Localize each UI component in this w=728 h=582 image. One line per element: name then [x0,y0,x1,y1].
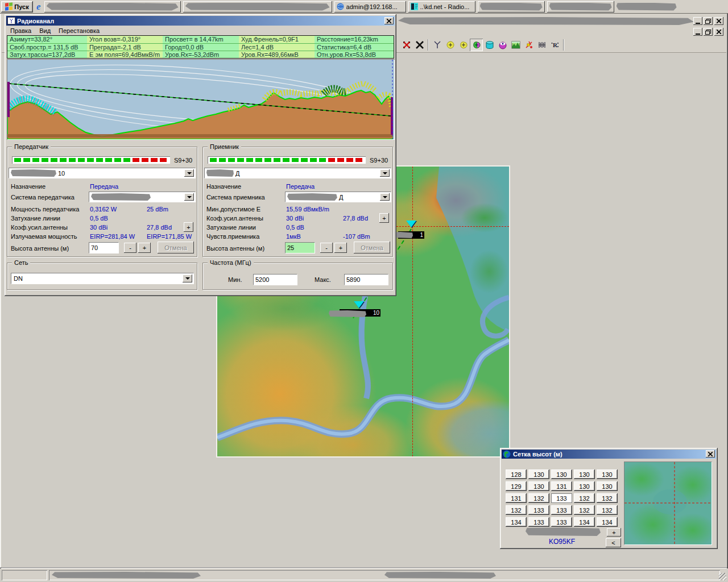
network-group: Сеть DN [7,263,197,290]
radio-window-titlebar[interactable]: Радиоканал [6,16,395,26]
delete-object-icon[interactable] [400,39,413,51]
tx-gain-dbd: 27,8 dBd [147,224,172,231]
menu-edit[interactable]: Правка [6,26,35,36]
tx-station-dropdown-arrow[interactable] [184,169,194,177]
menu-swap[interactable]: Перестановка [55,26,104,36]
report-icon[interactable]: R [548,39,561,51]
area-select-icon[interactable] [457,39,470,51]
resize-grip[interactable] [719,573,726,580]
antenna-marker-2[interactable] [354,301,364,308]
height-cell[interactable]: 132 [506,505,527,515]
taskbar-button-redacted-2[interactable] [183,1,332,13]
rx-height-inc-button[interactable]: + [334,243,347,253]
tx-height-inc-button[interactable]: + [138,243,151,253]
height-cell[interactable]: 130 [551,469,572,479]
tx-cancel-button[interactable]: Отмена [158,242,194,253]
height-cell[interactable]: 130 [528,481,549,491]
tx-gain-add-button[interactable]: + [184,222,193,232]
height-cell[interactable]: 129 [506,481,527,491]
antenna-icon[interactable] [431,39,444,51]
ie-quicklaunch-icon[interactable]: e [36,1,41,13]
restore-button[interactable] [704,17,713,25]
grid-minimap[interactable] [624,462,712,545]
taskbar-button-admin[interactable]: admin@192.168... [334,1,406,13]
tx-system-combo[interactable] [89,192,196,202]
tx-line-loss-value: 0,5 dB [90,215,108,222]
radio-close-button[interactable] [384,17,394,24]
close-button[interactable] [714,17,723,25]
globe-view-icon[interactable] [496,39,509,51]
route-tool-icon[interactable] [522,39,535,51]
height-cell[interactable]: 133 [551,517,572,527]
tx-station-combo[interactable]: 10 [9,168,196,178]
height-cell[interactable]: 130 [574,481,595,491]
height-cell[interactable]: 134 [597,517,618,527]
height-cell[interactable]: 131 [506,493,527,503]
height-cell[interactable]: 130 [574,469,595,479]
freq-max-input[interactable] [344,274,388,285]
taskbar-button-radio[interactable]: ..\kd.net - Radio... [408,1,475,13]
rx-height-input[interactable] [285,242,315,253]
grid-back-button[interactable]: < [606,538,621,547]
terrain-image-icon[interactable] [509,39,522,51]
meter-segment [32,158,39,162]
height-cell[interactable]: 133 [551,505,572,515]
tx-height-input[interactable] [89,242,119,253]
frequency-group: Частота (МГц) Мин. Макс. [202,263,393,290]
rx-cancel-button[interactable]: Отмена [354,242,390,253]
height-cell[interactable]: 130 [597,481,618,491]
height-cell[interactable]: 132 [597,493,618,503]
radio-menubar: Правка Вид Перестановка [6,26,395,36]
child-close-button[interactable] [714,28,723,36]
tx-system-dropdown-arrow[interactable] [184,193,194,201]
antenna-marker-1[interactable] [406,221,416,227]
move-object-icon[interactable] [413,39,426,51]
grid-plus-button[interactable]: + [607,528,621,537]
rx-station-dropdown-arrow[interactable] [380,169,390,177]
meter-segment [23,158,30,162]
rx-sens-label: Чувств.приемника [206,233,259,240]
network-group-label: Сеть [12,259,30,266]
height-cell[interactable]: 132 [574,493,595,503]
child-restore-button[interactable] [704,28,713,36]
rx-height-dec-button[interactable]: - [320,243,333,253]
start-button[interactable]: Пуск [1,1,33,13]
height-grid-title: Сетка высот (м) [513,451,562,458]
taskbar-button-redacted-1[interactable] [44,1,181,13]
height-grid-close-button[interactable] [706,450,715,458]
rx-station-combo[interactable]: Д [204,168,391,178]
height-cell[interactable]: 132 [597,505,618,515]
coverage-area-icon[interactable] [470,39,483,51]
tx-power-w: 0,3162 W [90,206,117,213]
rx-system-dropdown-arrow[interactable] [380,193,390,201]
tx-height-dec-button[interactable]: - [124,243,136,253]
terrain-profile[interactable] [7,59,395,140]
height-cell[interactable]: 134 [574,517,595,527]
frequency-grid-icon[interactable] [535,39,548,51]
height-cell[interactable]: 132 [528,493,549,503]
height-cell[interactable]: 134 [506,517,527,527]
rx-system-combo[interactable]: Д [285,192,391,202]
meter-segment [151,158,158,162]
height-cell-selected[interactable]: 133 [551,493,572,503]
rx-gain-add-button[interactable]: + [379,213,389,223]
height-cell[interactable]: 131 [551,481,572,491]
height-grid-titlebar[interactable]: Сетка высот (м) [502,450,716,459]
taskbar-button-redacted-4[interactable] [547,1,614,13]
height-cell[interactable]: 133 [528,517,549,527]
height-cell[interactable]: 130 [528,469,549,479]
child-minimize-button[interactable] [693,28,702,36]
taskbar-button-redacted-3[interactable] [478,1,545,13]
height-cell[interactable]: 132 [574,505,595,515]
height-cell[interactable]: 133 [528,505,549,515]
cylinder-3d-icon[interactable] [483,39,496,51]
minimize-button[interactable] [693,17,702,25]
freq-min-input[interactable] [253,274,297,285]
height-cell[interactable]: 130 [597,469,618,479]
network-dropdown-arrow[interactable] [183,275,192,282]
network-combo[interactable]: DN [11,273,194,284]
zoom-area-icon[interactable] [444,39,457,51]
height-cell[interactable]: 128 [506,469,527,479]
menu-view[interactable]: Вид [35,26,55,36]
info-table-cell: Расстояние=16,23km [315,36,394,43]
